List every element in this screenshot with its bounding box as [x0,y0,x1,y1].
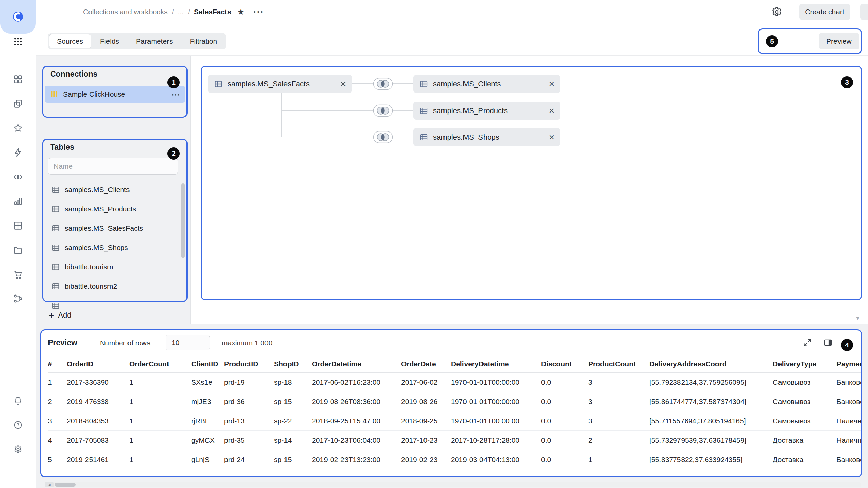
tab-sources[interactable]: Sources [49,34,91,48]
join-type-icon[interactable] [373,131,393,143]
table-cell: 0.0 [541,450,588,469]
layers-icon[interactable] [11,97,25,110]
annotation-badge-1: 1 [167,76,180,88]
help-icon[interactable] [11,418,25,432]
table-cell: Самовывоз [773,392,836,411]
remove-table-icon[interactable]: × [549,79,554,89]
table-cell: 1 [129,450,191,469]
connection-menu-icon[interactable]: ⋯ [171,89,180,99]
table-cell: gLnjS [191,450,224,469]
split-view-icon[interactable] [823,338,833,348]
connection-item-selected[interactable]: Sample ClickHouse ⋯ [45,86,185,103]
source-table-node[interactable]: samples.MS_SalesFacts × [208,75,352,93]
table-list-item[interactable]: samples.MS_Products [48,199,182,219]
table-row: 32018-8043531rjRBEprd-13sp-222018-09-25T… [48,411,861,431]
bar-chart-icon[interactable] [11,195,25,208]
apps-grid-icon[interactable] [11,35,25,48]
table-list-item[interactable]: samples.MS_SalesFacts [48,219,182,238]
horizontal-scrollbar-track[interactable] [45,482,861,487]
left-rail [0,0,36,488]
table-list-item[interactable]: samples.MS_Shops [48,238,182,257]
table-cell: 2019-02-23 [401,450,451,469]
table-icon [419,106,428,115]
breadcrumb-root[interactable]: Collections and workbooks [83,8,168,16]
remove-table-icon[interactable]: × [340,79,346,89]
table-cell: Банковская карта [836,392,861,411]
table-cell: prd-24 [224,450,274,469]
squares-icon[interactable] [11,73,25,86]
favorite-star-icon[interactable]: ★ [237,7,245,17]
column-header: OrderID [67,355,129,373]
panel-divider [190,56,191,324]
star-icon[interactable] [11,121,25,135]
table-cell: 2018-09-25T15:47:00 [312,411,401,431]
table-search-input[interactable] [48,158,178,175]
table-cell: Самовывоз [773,373,836,392]
tables-list: samples.MS_Clients samples.MS_Products s… [48,180,182,309]
table-cell: prd-13 [224,411,274,431]
join-line [281,137,376,137]
preview-panel: Preview Number of rows: maximum 1 000 #O… [41,330,861,477]
page-title: SalesFacts [194,8,231,16]
table-cell: 0.0 [541,411,588,431]
table-cell: 3 [588,373,649,392]
datalens-logo[interactable] [10,8,26,25]
horizontal-scrollbar-thumb[interactable] [55,483,76,487]
scroll-down-hint-icon[interactable]: ▾ [856,314,859,322]
table-cell: 0.0 [541,392,588,411]
cart-icon[interactable] [11,268,25,281]
table-cell: 1 [129,431,191,450]
joined-table-node[interactable]: samples.MS_Clients × [413,75,560,93]
table-row: 52019-2514611gLnjSprd-24sp-152019-02-23T… [48,450,861,469]
scroll-left-arrow[interactable]: ◂ [45,482,54,487]
tab-parameters[interactable]: Parameters [128,34,181,48]
table-list-item[interactable]: samples.MS_Clients [48,180,182,199]
column-header: OrderCount [129,355,191,373]
table-list-item[interactable]: bibattle.tourism [48,257,182,277]
source-table-name: samples.MS_SalesFacts [228,80,310,88]
tables-scrollbar-thumb[interactable] [181,183,185,258]
more-menu-icon[interactable]: ··· [253,7,264,17]
table-cell: mjJE3 [191,392,224,411]
gear-icon[interactable] [11,443,25,456]
table-header-row: #OrderIDOrderCountClientIDProductIDShopI… [48,355,861,373]
table-icon [51,205,60,214]
table-cell: Самовывоз [773,411,836,431]
joined-table-name: samples.MS_Clients [433,80,501,88]
join-line [352,83,376,84]
rings-icon[interactable] [11,170,25,184]
add-table-button[interactable]: + Add [48,307,72,323]
flow-icon[interactable] [11,292,25,305]
table-cell: 0.0 [541,373,588,392]
joined-table-node[interactable]: samples.MS_Shops × [413,128,560,146]
column-header: ProductCount [588,355,649,373]
table-cell: Банковская карта [836,373,861,392]
joined-table-node[interactable]: samples.MS_Products × [413,102,560,120]
table-cell: 1970-01-01T00:00:00 [451,392,541,411]
breadcrumb-ellipsis[interactable]: ... [178,8,184,16]
table-icon [51,282,60,291]
remove-table-icon[interactable]: × [549,133,554,142]
table-cell: 2017-10-28T17:28:00 [451,431,541,450]
rows-count-input[interactable] [166,335,210,350]
table-cell: sp-14 [274,431,312,450]
tab-filtration[interactable]: Filtration [182,34,225,48]
table-cell: 1970-01-01T00:00:00 [451,411,541,431]
column-header: ClientID [191,355,224,373]
column-header: OrderDate [401,355,451,373]
lightning-icon[interactable] [11,146,25,159]
save-button[interactable]: Save [860,4,868,20]
preview-toggle-button[interactable]: Preview [819,33,859,49]
bell-icon[interactable] [11,394,25,407]
remove-table-icon[interactable]: × [549,106,554,116]
table-cell: sp-15 [274,450,312,469]
table-list-item[interactable]: bibattle.tourism2 [48,277,182,296]
join-type-icon[interactable] [373,78,393,90]
tab-fields[interactable]: Fields [92,34,127,48]
settings-gear-icon[interactable] [771,6,783,18]
join-type-icon[interactable] [373,104,393,117]
create-chart-button[interactable]: Create chart [799,4,850,20]
folder-icon[interactable] [11,243,25,257]
expand-preview-icon[interactable] [802,338,812,348]
grid-cells-icon[interactable] [11,219,25,232]
